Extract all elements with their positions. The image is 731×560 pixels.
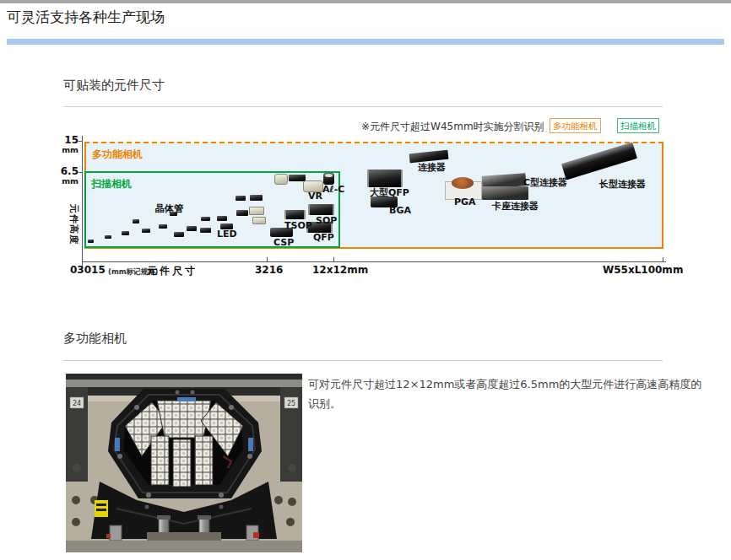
top-border [0,0,731,3]
y-label-15-unit: mm [56,146,79,154]
label-c-type-connector: C型连接器 [523,176,567,189]
photo-tag-24: 24 [73,400,81,407]
chip-small [159,224,167,229]
label-vr: VR [308,191,322,202]
section2-heading: 多功能相机 [63,331,127,347]
x-tick-max [663,257,663,261]
split-recognition-note: ※元件尺寸超过W45mm时实施分割识别 [361,120,544,134]
label-al-c: Aℓ-C [322,184,344,195]
page: 可灵活支持各种生产现场 可贴装的元件尺寸 ※元件尺寸超过W45mm时实施分割识别… [0,0,731,560]
chip-small [122,231,129,235]
chip-small [236,210,248,216]
chip-small-light [249,207,264,215]
chip-small-light [252,217,266,224]
chip-small [200,228,211,233]
photo-tag-25: 25 [287,400,295,407]
x-label-origin: 03015 [70,264,106,276]
chip-small [217,216,227,221]
component-pga-body [452,177,474,189]
label-large-qfp: 大型QFP [370,186,409,199]
label-bga: BGA [389,205,411,216]
component-large-qfp [367,170,403,187]
x-tick-12x12 [333,257,334,261]
accent-bar [7,39,724,45]
section1-rule [63,106,663,107]
label-connector: 连接器 [418,161,446,174]
component-vr-small [274,174,288,185]
label-led: LED [217,229,237,240]
chip-small [142,229,150,233]
y-axis-line [82,136,83,267]
label-csp: CSP [273,237,294,248]
y-label-15mm: 15 mm [56,135,79,154]
component-card-socket-connector [482,186,528,200]
component-al-c-top [325,174,333,177]
x-label-12x12mm: 12x12mm [312,264,368,276]
y-label-6_5-value: 6.5 [56,166,79,177]
label-long-connector: 长型连接器 [599,178,646,191]
chip-small [174,232,184,237]
chip-small [187,226,197,231]
chip-small [105,235,111,239]
multi-function-camera-photo: 24 25 [66,374,302,552]
x-axis-title: 元件尺寸 [147,264,198,278]
label-card-socket-connector: 卡座连接器 [492,200,539,213]
legend-badge-scan-camera: 扫描相机 [617,118,659,133]
label-sop: SOP [316,215,337,226]
y-tick-15 [79,141,82,142]
label-transistor: 晶体管 [155,202,183,215]
page-title: 可灵活支持各种生产现场 [7,8,165,27]
legend-badge-multi-camera: 多功能相机 [550,118,601,133]
component-sop [308,204,334,215]
chip-small [133,219,139,223]
x-axis-line [82,261,666,262]
y-label-6_5-unit: mm [56,177,79,186]
label-pga: PGA [454,197,476,207]
chip-small [88,240,94,243]
component-tsop [284,210,306,219]
section2-rule [63,360,663,361]
chip-small [201,217,210,221]
x-label-3216: 3216 [255,264,283,276]
y-tick-6_5 [79,172,82,173]
scan-camera-zone-label: 扫描相机 [91,177,132,191]
section1-heading: 可贴装的元件尺寸 [63,78,165,94]
label-tsop: TSOP [284,220,312,231]
x-label-w55xl100mm: W55xL100mm [603,264,683,276]
camera-description: 可对元件尺寸超过12×12mm或者高度超过6.5mm的大型元件进行高速高精度的识… [308,375,707,414]
chip-small [250,195,263,201]
x-tick-3216 [267,257,268,261]
label-qfp: QFP [313,232,334,243]
y-label-15-value: 15 [56,135,79,146]
multi-camera-zone-label: 多功能相机 [92,148,143,162]
y-label-6_5mm: 6.5 mm [56,166,79,186]
chip-small [236,196,246,201]
